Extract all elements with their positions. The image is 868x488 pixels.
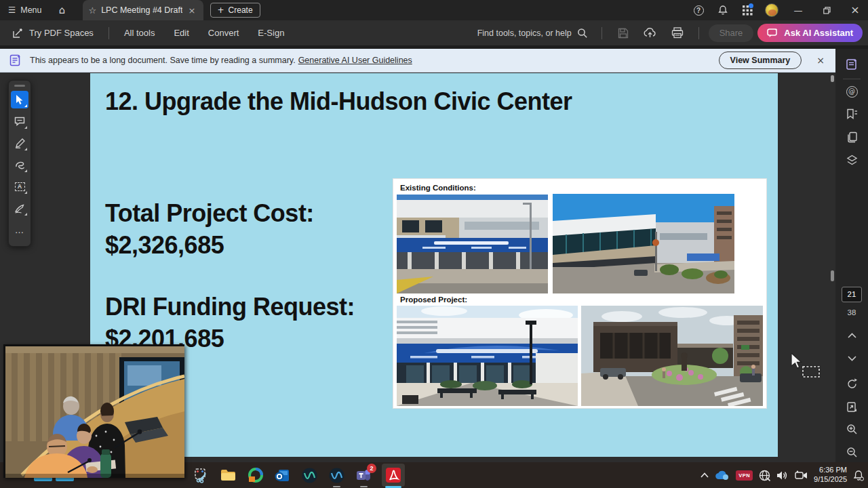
comments-panel-button[interactable]: @ [841, 82, 863, 102]
pdf-spaces-icon [12, 27, 24, 39]
camera-device-icon[interactable] [795, 470, 808, 480]
palette-drag-handle[interactable] [14, 85, 25, 87]
toolbar-divider [601, 27, 602, 39]
bookmarks-panel-button[interactable] [841, 104, 863, 125]
volume-icon[interactable] [776, 470, 789, 481]
meeting-webcam-video[interactable] [3, 344, 184, 478]
titlebar-right: ? — [688, 0, 868, 20]
create-button[interactable]: + Create [210, 3, 260, 18]
scrollbar-thumb[interactable] [831, 270, 834, 281]
webex-meeting-button[interactable] [328, 466, 346, 485]
menu-button[interactable]: ☰ Menu [0, 0, 50, 20]
sign-tool-button[interactable] [11, 199, 28, 217]
restore-button[interactable] [814, 0, 840, 20]
next-page-button[interactable] [841, 348, 863, 369]
select-arrow-icon [15, 95, 24, 105]
document-tab[interactable]: ☆ LPC Meeting #4 Draft 2... × [83, 0, 203, 20]
ai-panel-icon [846, 58, 858, 70]
share-button[interactable]: Share [709, 24, 754, 42]
rail-divider [843, 79, 861, 79]
ai-chat-icon [767, 28, 778, 38]
acrobat-button[interactable] [382, 464, 405, 487]
layers-icon [846, 155, 858, 166]
rotate-icon [846, 378, 858, 390]
vpn-tray-icon[interactable]: VPN [736, 470, 753, 481]
zoom-out-button[interactable] [841, 442, 863, 462]
zoom-in-icon [846, 424, 858, 435]
toolbar: Try PDF Spaces All tools Edit Convert E-… [0, 20, 868, 46]
ai-summary-icon [9, 54, 22, 66]
apps-grid-button[interactable] [736, 0, 758, 20]
file-explorer-icon [220, 467, 237, 484]
ask-ai-assistant-button[interactable]: Ask AI Assistant [757, 24, 863, 42]
minimize-button[interactable]: — [785, 0, 811, 20]
document-scrollbar[interactable] [831, 73, 834, 462]
previous-page-button[interactable] [841, 326, 863, 346]
zoom-in-button[interactable] [841, 420, 863, 440]
page-thumbnails-button[interactable] [841, 127, 863, 148]
more-tools-button[interactable]: … [11, 221, 28, 239]
outlook-button[interactable] [273, 466, 292, 485]
powerbi-app-button[interactable] [246, 466, 264, 485]
comment-tool-button[interactable] [11, 113, 28, 130]
avatar [765, 3, 778, 17]
tray-chevron-up-icon[interactable] [701, 472, 709, 478]
textbox-icon: A [15, 182, 25, 191]
pdf-page[interactable]: 12. Upgrade the Mid-Hudson Civic Center … [90, 73, 778, 457]
snipping-tool-button[interactable] [192, 466, 210, 485]
view-summary-button[interactable]: View Summary [719, 52, 802, 69]
upload-cloud-icon [644, 27, 656, 39]
home-button[interactable]: ⌂ [50, 0, 75, 20]
account-button[interactable] [761, 0, 783, 20]
ellipsis-icon: … [15, 226, 24, 235]
teams-badge: 2 [367, 464, 376, 473]
titlebar: ☰ Menu ⌂ ☆ LPC Meeting #4 Draft 2... × +… [0, 0, 868, 20]
find-tools-search[interactable]: Find tools, topics, or help [473, 28, 592, 39]
ai-guidelines-link[interactable]: Generative AI User Guidelines [298, 56, 412, 65]
layers-panel-button[interactable] [841, 150, 863, 170]
bell-icon [717, 5, 728, 16]
upload-cloud-button[interactable] [639, 24, 662, 43]
notifications-button[interactable] [712, 0, 734, 20]
render-proposed-street [581, 306, 763, 406]
tab-esign[interactable]: E-Sign [248, 20, 294, 46]
close-window-button[interactable]: × [842, 0, 868, 20]
network-globe-icon[interactable] [759, 470, 770, 481]
draw-tool-button[interactable] [11, 156, 28, 174]
webex-button[interactable] [300, 466, 319, 485]
annotation-toolbar: A … [8, 80, 31, 247]
highlight-tool-button[interactable] [11, 134, 28, 152]
star-icon: ☆ [89, 6, 97, 15]
help-button[interactable]: ? [688, 0, 709, 20]
ai-summary-banner: This appears to be a long document. Save… [0, 49, 835, 73]
file-explorer-button[interactable] [219, 466, 237, 485]
tab-convert[interactable]: Convert [199, 20, 249, 46]
save-button[interactable] [612, 24, 635, 43]
scrollbar-top-cap [831, 75, 834, 82]
current-page-input[interactable]: 21 [842, 287, 862, 302]
acrobat-icon [385, 467, 401, 483]
rotate-page-button[interactable] [841, 374, 863, 394]
existing-conditions-label: Existing Conditions: [400, 184, 476, 192]
onedrive-icon[interactable] [715, 470, 730, 481]
photo-existing-entrance [397, 195, 548, 293]
tab-all-tools[interactable]: All tools [115, 20, 165, 46]
banner-message: This appears to be a long document. Save… [30, 56, 296, 65]
try-pdf-spaces-button[interactable]: Try PDF Spaces [0, 27, 103, 39]
tab-close-icon[interactable]: × [187, 6, 197, 15]
hamburger-icon: ☰ [8, 6, 16, 15]
ask-ai-label: Ask AI Assistant [784, 28, 853, 38]
ai-assistant-panel-button[interactable] [841, 54, 863, 75]
tab-edit[interactable]: Edit [164, 20, 198, 46]
banner-close-icon[interactable]: × [816, 56, 825, 65]
print-button[interactable] [666, 24, 689, 43]
teams-button[interactable]: 2 [355, 466, 373, 485]
add-text-tool-button[interactable]: A [11, 178, 28, 195]
select-tool-button[interactable] [11, 91, 28, 108]
fit-page-button[interactable] [841, 396, 863, 417]
system-tray: VPN 6:36 PM 9/15/2025 [701, 462, 864, 488]
clock-date: 9/15/2025 [814, 475, 847, 485]
draw-squiggle-icon [15, 161, 25, 169]
taskbar-clock[interactable]: 6:36 PM 9/15/2025 [814, 466, 847, 485]
notification-center-icon[interactable] [853, 470, 864, 481]
